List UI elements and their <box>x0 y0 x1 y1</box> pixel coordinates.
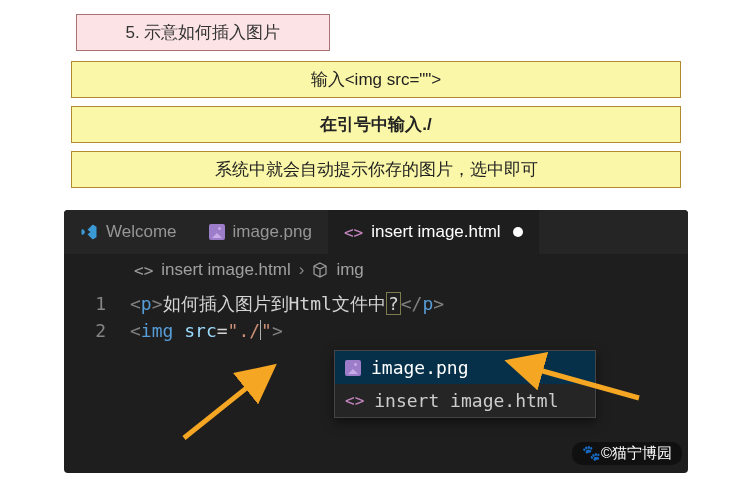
code-line[interactable]: 2<img src="./"> <box>64 318 688 343</box>
breadcrumb-file: insert image.html <box>161 260 290 280</box>
step-box-3: 系统中就会自动提示你存的图片，选中即可 <box>71 151 681 188</box>
section-title-text: 5. 示意如何插入图片 <box>126 23 281 42</box>
tab-welcome[interactable]: Welcome <box>76 210 193 254</box>
step-text-1: 输入<img src=""> <box>311 70 442 89</box>
step-box-1: 输入<img src=""> <box>71 61 681 98</box>
dirty-indicator-icon <box>513 227 523 237</box>
tab-image[interactable]: image.png <box>193 210 328 254</box>
suggest-item[interactable]: <>insert image.html <box>335 384 595 417</box>
token: 如何插入图片到Html文件中 <box>163 293 386 314</box>
annotation-arrow-left <box>174 358 294 448</box>
token: ? <box>386 292 401 315</box>
code-content[interactable]: <p>如何插入图片到Html文件中?</p> <box>130 292 444 316</box>
suggest-item-label: image.png <box>371 357 469 378</box>
code-icon: <> <box>345 391 364 410</box>
chevron-right-icon: › <box>299 260 305 280</box>
suggest-item[interactable]: image.png <box>335 351 595 384</box>
token: > <box>433 293 444 314</box>
token: img <box>141 320 174 341</box>
code-icon: <> <box>344 223 363 242</box>
token: < <box>130 320 141 341</box>
watermark-text: 🐾©猫宁博园 <box>582 444 672 461</box>
line-number: 2 <box>64 320 130 341</box>
code-line[interactable]: 1<p>如何插入图片到Html文件中?</p> <box>64 290 688 318</box>
token: p <box>422 293 433 314</box>
tab-bar: Welcome image.png <> insert image.html <box>64 210 688 254</box>
token: < <box>130 293 141 314</box>
step-text-2: 在引号中输入./ <box>320 115 431 134</box>
token: p <box>141 293 152 314</box>
token: > <box>272 320 283 341</box>
symbol-icon <box>312 262 328 278</box>
suggest-item-label: insert image.html <box>374 390 558 411</box>
section-title: 5. 示意如何插入图片 <box>76 14 330 51</box>
tab-welcome-label: Welcome <box>106 222 177 242</box>
vscode-editor: Welcome image.png <> insert image.html <… <box>64 210 688 473</box>
breadcrumb-symbol: img <box>336 260 363 280</box>
tab-image-label: image.png <box>233 222 312 242</box>
image-icon <box>209 224 225 240</box>
token: / <box>412 293 423 314</box>
code-content[interactable]: <img src="./"> <box>130 320 283 341</box>
token: src <box>184 320 217 341</box>
breadcrumb[interactable]: <> insert image.html › img <box>64 254 688 286</box>
intellisense-popup: image.png<>insert image.html <box>334 350 596 418</box>
code-icon: <> <box>134 261 153 280</box>
token: " <box>261 320 272 341</box>
code-area[interactable]: 1<p>如何插入图片到Html文件中?</p>2<img src="./"> <box>64 286 688 343</box>
tab-insert-label: insert image.html <box>371 222 500 242</box>
tab-insert-image[interactable]: <> insert image.html <box>328 210 539 254</box>
image-icon <box>345 360 361 376</box>
vscode-icon <box>80 223 98 241</box>
token <box>173 320 184 341</box>
token: < <box>401 293 412 314</box>
watermark: 🐾©猫宁博园 <box>572 442 682 465</box>
line-number: 1 <box>64 293 130 314</box>
step-box-2: 在引号中输入./ <box>71 106 681 143</box>
token: "./ <box>228 320 261 341</box>
step-text-3: 系统中就会自动提示你存的图片，选中即可 <box>215 160 538 179</box>
token: > <box>152 293 163 314</box>
token: = <box>217 320 228 341</box>
